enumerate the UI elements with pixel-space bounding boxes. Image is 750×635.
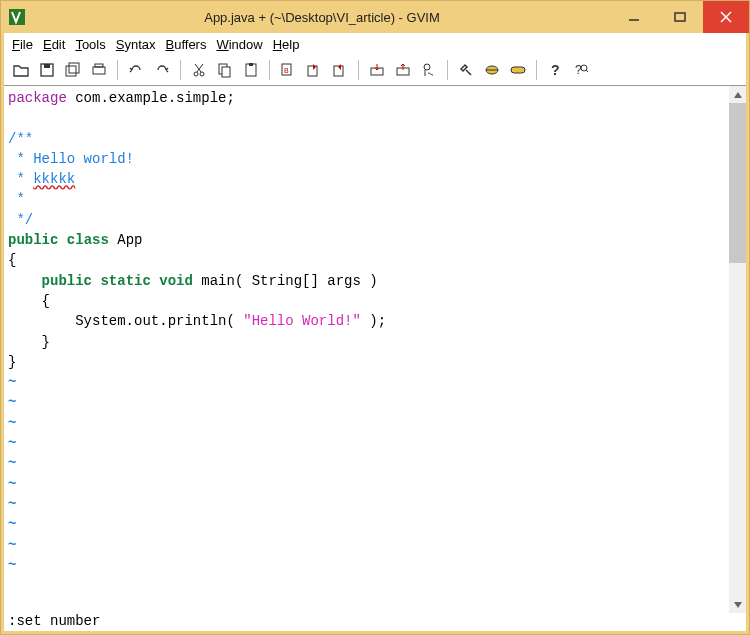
svg-rect-10 xyxy=(95,64,103,67)
separator xyxy=(358,60,359,80)
save-session-icon[interactable] xyxy=(392,59,414,81)
separator xyxy=(269,60,270,80)
keyword: package xyxy=(8,90,67,106)
command-line[interactable]: :set number xyxy=(4,613,746,631)
svg-point-12 xyxy=(200,72,204,76)
scroll-down-button[interactable] xyxy=(729,596,746,613)
empty-line-tilde: ~ xyxy=(8,496,16,512)
menu-help[interactable]: Help xyxy=(273,37,300,52)
find-replace-icon[interactable]: B xyxy=(277,59,299,81)
keyword: static xyxy=(100,273,150,289)
find-help-icon[interactable]: ? xyxy=(570,59,592,81)
editor-area: package com.example.simple; /** * Hello … xyxy=(4,86,746,613)
comment: * xyxy=(8,191,25,207)
empty-line-tilde: ~ xyxy=(8,476,16,492)
menu-buffers[interactable]: Buffers xyxy=(165,37,206,52)
shell-icon[interactable] xyxy=(481,59,503,81)
svg-rect-26 xyxy=(511,67,525,73)
empty-line-tilde: ~ xyxy=(8,374,16,390)
keyword: public xyxy=(42,273,92,289)
code-text: System.out.println( xyxy=(8,313,243,329)
code-text: } xyxy=(8,334,50,350)
svg-rect-7 xyxy=(66,66,76,76)
string: "Hello World!" xyxy=(243,313,361,329)
app-icon xyxy=(7,7,27,27)
cut-icon[interactable] xyxy=(188,59,210,81)
keyword: public xyxy=(8,232,58,248)
svg-line-30 xyxy=(586,70,588,72)
menu-syntax[interactable]: Syntax xyxy=(116,37,156,52)
empty-line-tilde: ~ xyxy=(8,435,16,451)
separator xyxy=(536,60,537,80)
empty-line-tilde: ~ xyxy=(8,557,16,573)
separator xyxy=(117,60,118,80)
keyword: void xyxy=(159,273,193,289)
paste-icon[interactable] xyxy=(240,59,262,81)
find-prev-icon[interactable] xyxy=(329,59,351,81)
scroll-track[interactable] xyxy=(729,263,746,596)
help-icon[interactable]: ? xyxy=(544,59,566,81)
spell-error: kkkkk xyxy=(33,171,75,187)
comment: * xyxy=(8,171,33,187)
window-title: App.java + (~\Desktop\VI_article) - GVIM xyxy=(33,10,611,25)
saveall-icon[interactable] xyxy=(62,59,84,81)
svg-rect-6 xyxy=(44,64,50,68)
empty-line-tilde: ~ xyxy=(8,537,16,553)
code-text: com.example.simple; xyxy=(67,90,235,106)
separator xyxy=(180,60,181,80)
svg-point-11 xyxy=(194,72,198,76)
brace: { xyxy=(8,252,16,268)
undo-icon[interactable] xyxy=(125,59,147,81)
titlebar[interactable]: App.java + (~\Desktop\VI_article) - GVIM xyxy=(1,1,749,33)
code-text: App xyxy=(109,232,143,248)
load-session-icon[interactable] xyxy=(366,59,388,81)
print-icon[interactable] xyxy=(88,59,110,81)
code-text: { xyxy=(8,293,50,309)
menu-edit[interactable]: Edit xyxy=(43,37,65,52)
toolbar: B ? ? xyxy=(4,56,746,86)
empty-line-tilde: ~ xyxy=(8,415,16,431)
svg-rect-14 xyxy=(222,67,230,77)
scroll-thumb[interactable] xyxy=(729,103,746,263)
empty-line-tilde: ~ xyxy=(8,394,16,410)
svg-point-23 xyxy=(424,64,430,70)
svg-text:?: ? xyxy=(575,63,582,77)
comment: */ xyxy=(8,212,33,228)
svg-rect-8 xyxy=(69,63,79,73)
redo-icon[interactable] xyxy=(151,59,173,81)
gvim-window: App.java + (~\Desktop\VI_article) - GVIM… xyxy=(0,0,750,635)
code-text: main( String[] args ) xyxy=(193,273,378,289)
copy-icon[interactable] xyxy=(214,59,236,81)
svg-rect-2 xyxy=(675,13,685,21)
comment: /** xyxy=(8,131,33,147)
keyword: class xyxy=(67,232,109,248)
brace: } xyxy=(8,354,16,370)
separator xyxy=(447,60,448,80)
close-button[interactable] xyxy=(703,1,749,33)
find-next-icon[interactable] xyxy=(303,59,325,81)
menubar: File Edit Tools Syntax Buffers Window He… xyxy=(4,33,746,56)
svg-text:?: ? xyxy=(551,62,560,78)
maximize-button[interactable] xyxy=(657,1,703,33)
code-text: ); xyxy=(361,313,386,329)
empty-line-tilde: ~ xyxy=(8,516,16,532)
svg-rect-19 xyxy=(308,66,317,76)
comment: * Hello world! xyxy=(8,151,134,167)
scroll-up-button[interactable] xyxy=(729,86,746,103)
vertical-scrollbar[interactable] xyxy=(729,86,746,613)
tag-jump-icon[interactable] xyxy=(507,59,529,81)
window-body: File Edit Tools Syntax Buffers Window He… xyxy=(1,33,749,634)
window-buttons xyxy=(611,1,749,33)
text-editor[interactable]: package com.example.simple; /** * Hello … xyxy=(4,86,729,613)
open-icon[interactable] xyxy=(10,59,32,81)
menu-tools[interactable]: Tools xyxy=(75,37,105,52)
menu-file[interactable]: File xyxy=(12,37,33,52)
menu-window[interactable]: Window xyxy=(216,37,262,52)
empty-line-tilde: ~ xyxy=(8,455,16,471)
run-script-icon[interactable] xyxy=(418,59,440,81)
make-icon[interactable] xyxy=(455,59,477,81)
minimize-button[interactable] xyxy=(611,1,657,33)
save-icon[interactable] xyxy=(36,59,58,81)
svg-text:B: B xyxy=(284,67,289,74)
svg-rect-9 xyxy=(93,67,105,74)
